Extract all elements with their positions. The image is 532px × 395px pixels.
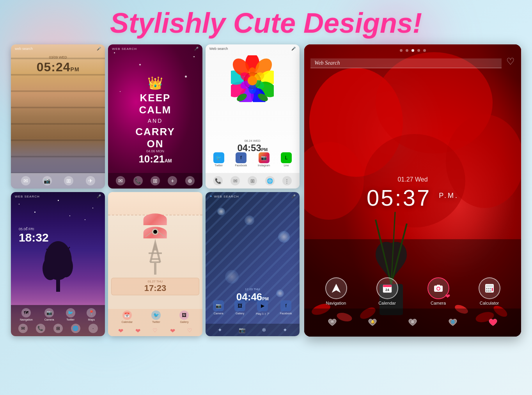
phone3-apps-icon: ⊞ [248, 176, 257, 185]
phone5-twitter: 🐦 Twitter [151, 310, 161, 323]
apps-heart-svg: ⊞ [407, 317, 418, 328]
phone2-plus-icon: + [168, 176, 177, 185]
phone4-maps-label: Maps [88, 318, 95, 321]
phone6-camera: 📷 Camera [213, 300, 224, 316]
phone2-time: 10:21AM [108, 153, 202, 165]
phone3-line: L Line [281, 152, 292, 167]
phone6-playstore: ▶ Playストア [256, 300, 270, 316]
large-calendar-icon: 24 [376, 277, 398, 299]
phone1-grid-icon: ⊞ [64, 176, 73, 185]
phone3-top-bar: Web search 🎤 [206, 44, 300, 52]
phone-glitter-theme[interactable]: WEB SEARCH 🎤 👑 KEEP CALM AND CARRY ON 04… [108, 44, 202, 189]
large-calendar-item[interactable]: 24 Calendar [376, 277, 398, 305]
large-camera-item[interactable]: ❤ Camera [427, 277, 449, 305]
large-clock-time: 05:37 P.M. [304, 185, 521, 211]
svg-line-29 [145, 232, 152, 237]
heart-icon: ❤ [118, 327, 123, 335]
phone3-instagram: 📷 Instagram [258, 152, 270, 167]
star [34, 212, 35, 213]
phone5-gallery-label: Gallery [180, 321, 188, 323]
phone3-globe-icon: 🌐 [265, 176, 275, 185]
phone2-phone-icon: 📞 [133, 176, 143, 185]
phone-wood-theme[interactable]: web search 🎤 03/09 WED 05:24PM ✉ 📷 ⊞ ✈ [11, 44, 105, 189]
phone-large-dots [304, 49, 521, 52]
twitter-icon2: 🐦 [151, 310, 161, 320]
phone-chevron-theme[interactable]: ✦ WEB SEARCH 🎤 12.03 THU 04:46PM 📷 Camer… [206, 192, 300, 336]
phone4-camera-icon: 📷 [44, 308, 54, 317]
phone3-bottom-bar: 📞 ✉ ⊞ 🌐 ⋮ [206, 173, 300, 189]
calc-svg [484, 283, 495, 293]
phone2-search-text: WEB SEARCH [112, 47, 137, 51]
phone5-date: 01.27 THU [115, 280, 195, 283]
content-area: web search 🎤 03/09 WED 05:24PM ✉ 📷 ⊞ ✈ [0, 44, 532, 337]
svg-point-28 [153, 230, 157, 234]
calendar-icon: 📅 [122, 310, 132, 320]
large-calc-item[interactable]: Calculator [479, 277, 500, 305]
large-calculator-icon [479, 277, 500, 299]
phone-night-theme[interactable]: WEB SEARCH 🎤 [11, 192, 105, 336]
phone4-grid-icon: ⊞ [53, 324, 63, 333]
svg-point-16 [248, 76, 257, 85]
glitter-dot [193, 56, 195, 57]
phone1-mic-icon: 🎤 [97, 47, 101, 51]
phone-rainbow-theme[interactable]: Web search 🎤 [206, 44, 300, 189]
phone3-twitter: 🐦 Twitter [213, 152, 224, 167]
phone-roses-large[interactable]: Web Search ♡ 01.27 Wed 05:37 P.M. Naviga… [304, 44, 521, 337]
large-bottom-apps[interactable]: ⊞ [403, 314, 422, 331]
phone4-time: 18:32 [19, 231, 105, 244]
large-nav-item[interactable]: Navigation [325, 277, 347, 305]
favorite-heart-icon[interactable]: ♡ [506, 56, 515, 67]
large-calc-label: Calculator [480, 301, 499, 305]
large-clock: 01.27 Wed 05:37 P.M. [304, 176, 521, 211]
phone4-maps-icon: 📍 [87, 308, 96, 317]
large-bottom-globe[interactable]: 🌐 [443, 314, 462, 331]
phone4-twitter-icon: 🐦 [66, 308, 75, 317]
phone1-compass-icon: ✈ [86, 176, 95, 185]
cal-svg: 24 [382, 283, 392, 293]
facebook-icon2: f [280, 300, 291, 311]
phone1-email-icon: ✉ [21, 176, 30, 185]
phone4-nav-icon: 🗺 [21, 308, 31, 317]
phone6-star2-icon: ✦ [283, 327, 287, 333]
sparkle [278, 231, 290, 243]
phone4-dot-icon: · [89, 324, 98, 333]
phone5-cal-label: Calendar [121, 321, 132, 323]
email-heart-svg: ✉ [327, 317, 338, 328]
large-search-text: Web Search [314, 60, 340, 66]
line-icon: L [281, 152, 292, 163]
phone6-search-bar: ✦ WEB SEARCH [209, 194, 239, 198]
phone3-date: 08.24 WED [206, 139, 300, 143]
svg-rect-33 [150, 261, 160, 263]
glitter-dot [114, 52, 115, 53]
phone4-camera-item: 📷 Camera [44, 308, 54, 321]
phone2-grid-icon: ⊞ [151, 176, 160, 185]
bow-left [144, 213, 167, 225]
large-bottom-email[interactable]: ✉ [323, 314, 342, 331]
nav-arrow-svg [331, 283, 341, 293]
phone2-email-icon: ✉ [116, 176, 125, 185]
keep-calm-text: KEEP CALM AND CARRY ON [108, 92, 202, 150]
phone5-time: 17:23 [115, 283, 195, 293]
crown-icon: 👑 [108, 76, 202, 90]
phone2-mic-icon: 🎤 [194, 47, 199, 51]
svg-rect-67 [490, 288, 491, 289]
phone5-twitter-label: Twitter [152, 321, 160, 323]
phone2-add-icon: ⊕ [185, 176, 195, 185]
camera-icon: 📷 [213, 300, 224, 311]
phone3-email-icon: ✉ [231, 176, 240, 185]
phone-paris-theme[interactable]: 01.27 THU 17:23 📅 Calendar 🐦 Twitter 🖼 G… [108, 192, 202, 336]
large-bottom-alarm[interactable]: 🔔 [363, 314, 382, 331]
phone4-top-bar: WEB SEARCH 🎤 [11, 192, 105, 200]
phone4-camera-label: Camera [44, 318, 54, 321]
phone6-search-text: WEB SEARCH [214, 195, 239, 198]
large-bottom-heart[interactable] [484, 314, 502, 331]
star [19, 204, 20, 205]
phone4-bottom-bar: 🗺 Navigation 📷 Camera 🐦 Twitter 📍 Maps [11, 305, 105, 336]
phone1-top-bar: web search 🎤 [11, 44, 105, 52]
svg-text:🔔: 🔔 [370, 319, 375, 324]
phones-grid: web search 🎤 03/09 WED 05:24PM ✉ 📷 ⊞ ✈ [11, 44, 300, 337]
phone4-nav-row: 🗺 Navigation 📷 Camera 🐦 Twitter 📍 Maps [14, 308, 102, 321]
phone2-clock: 04.06 MON 10:21AM [108, 149, 202, 165]
phone2-keep-calm: 👑 KEEP CALM AND CARRY ON [108, 76, 202, 150]
svg-rect-57 [383, 285, 392, 287]
